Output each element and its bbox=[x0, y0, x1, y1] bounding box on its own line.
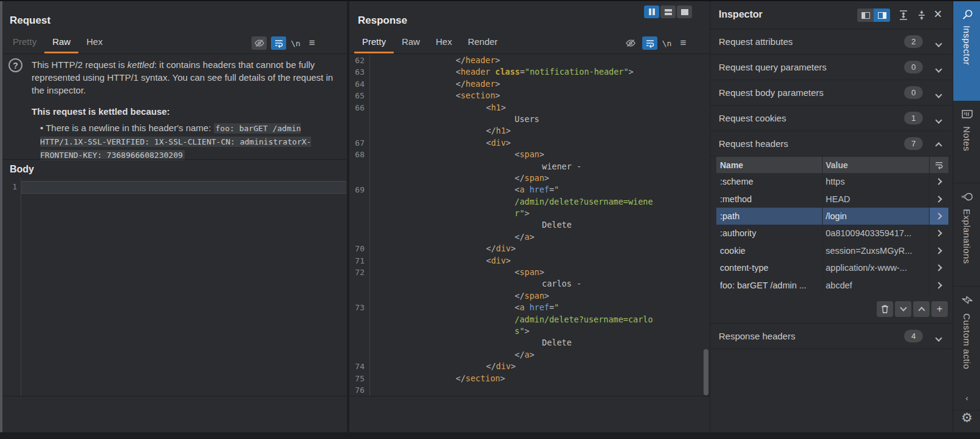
layout-rows-button[interactable] bbox=[660, 5, 676, 18]
header-row-cookie[interactable]: cookiesession=ZuxsMGyR... bbox=[716, 242, 948, 259]
code-text: <span> bbox=[369, 149, 710, 160]
header-value: abcdef bbox=[822, 281, 929, 290]
request-editor-menu-button[interactable]: ≡ bbox=[304, 36, 320, 50]
line-number: 67 bbox=[349, 137, 369, 149]
sidebar-tab-notes[interactable]: Notes bbox=[953, 101, 980, 183]
code-line: 71<div> bbox=[349, 255, 710, 267]
header-row-scheme[interactable]: :schemehttps bbox=[716, 173, 948, 190]
wrap-lines-icon bbox=[934, 160, 944, 169]
tab-pretty[interactable]: Pretty bbox=[5, 33, 44, 53]
request-show-newlines-button[interactable]: \n bbox=[288, 36, 303, 50]
tab-raw[interactable]: Raw bbox=[44, 33, 78, 53]
sidebar-settings-icon[interactable]: ⚙ bbox=[953, 410, 980, 425]
line-number: 65 bbox=[349, 90, 369, 101]
response-editor-menu-button[interactable]: ≡ bbox=[676, 36, 691, 50]
header-row-authority[interactable]: :authority0a81009403359417... bbox=[716, 225, 948, 242]
inspector-section-request-cookies[interactable]: Request cookies1 bbox=[710, 106, 953, 131]
header-row-content-type[interactable]: content-typeapplication/x-www-... bbox=[716, 259, 948, 276]
sidebar-tab-label: Explanations bbox=[962, 209, 972, 264]
inspector-section-request-headers[interactable]: Request headers7 bbox=[710, 131, 953, 157]
tab-hex[interactable]: Hex bbox=[78, 33, 111, 53]
body-line-number: 1 bbox=[2, 182, 17, 191]
tab-render[interactable]: Render bbox=[460, 33, 505, 53]
gutter-divider bbox=[369, 55, 370, 396]
sidebar-tab-label: Custom actio bbox=[962, 313, 972, 369]
right-sidebar: Inspector Notes Explanations Custom acti… bbox=[953, 1, 980, 432]
header-row-foo-barget-admin[interactable]: foo: barGET /admin ...abcdef bbox=[716, 276, 948, 293]
add-header-button[interactable]: + bbox=[931, 301, 948, 317]
chevron-right-icon[interactable] bbox=[929, 208, 948, 225]
chevron-right-icon[interactable] bbox=[929, 190, 948, 207]
code-text: <span> bbox=[369, 267, 710, 278]
code-text: r"> bbox=[369, 208, 710, 219]
divider bbox=[2, 159, 347, 160]
name-column-header[interactable]: Name bbox=[716, 160, 822, 170]
delete-header-button[interactable] bbox=[877, 301, 893, 317]
chevron-right-icon[interactable] bbox=[929, 259, 948, 276]
response-scrollbar-thumb[interactable] bbox=[704, 349, 708, 395]
response-wrap-lines-button[interactable] bbox=[642, 36, 657, 50]
code-text: wiener - bbox=[369, 161, 710, 172]
inspector-section-request-attributes[interactable]: Request attributes2 bbox=[710, 29, 953, 55]
request-body-editor[interactable]: 1 bbox=[2, 179, 347, 396]
header-name: :authority bbox=[716, 228, 822, 238]
code-text: </span> bbox=[369, 290, 710, 302]
plus-icon: + bbox=[937, 303, 943, 315]
sidebar-tab-inspector[interactable]: Inspector bbox=[953, 1, 980, 101]
layout-columns-button[interactable] bbox=[644, 5, 659, 18]
code-text: s"> bbox=[369, 325, 710, 337]
code-text: <div> bbox=[369, 255, 710, 267]
layout-single-button[interactable] bbox=[677, 5, 692, 18]
header-value: /login bbox=[822, 211, 929, 221]
line-number: 76 bbox=[349, 384, 369, 396]
table-wrap-toggle[interactable] bbox=[929, 157, 948, 173]
close-inspector-button[interactable]: × bbox=[934, 6, 942, 22]
header-row-method[interactable]: :methodHEAD bbox=[716, 190, 948, 207]
code-line: </a> bbox=[349, 349, 710, 361]
section-label: Response headers bbox=[719, 331, 795, 341]
inspector-dock-left-button[interactable] bbox=[857, 9, 874, 22]
inspector-section-request-query-parameters[interactable]: Request query parameters0 bbox=[710, 55, 953, 80]
response-hide-nonprintable-button[interactable] bbox=[623, 36, 638, 50]
code-line: wiener - bbox=[349, 161, 710, 172]
request-wrap-lines-button[interactable] bbox=[271, 36, 286, 50]
move-header-down-button[interactable] bbox=[895, 301, 911, 317]
chevron-right-icon[interactable] bbox=[929, 173, 948, 190]
line-number bbox=[349, 125, 369, 137]
collapse-all-button[interactable] bbox=[916, 9, 928, 24]
tab-pretty[interactable]: Pretty bbox=[354, 33, 394, 53]
code-text: </header> bbox=[369, 55, 710, 66]
line-number: 70 bbox=[349, 243, 369, 254]
inspector-section-response-headers[interactable]: Response headers 4 bbox=[710, 324, 953, 349]
request-hide-nonprintable-button[interactable] bbox=[252, 36, 267, 50]
chevron-right-icon[interactable] bbox=[929, 276, 948, 293]
expand-all-button[interactable] bbox=[897, 9, 910, 24]
header-value: https bbox=[822, 177, 929, 186]
code-text: <div> bbox=[369, 137, 710, 149]
code-line: 66<h1> bbox=[349, 102, 710, 114]
sidebar-tab-custom-actions[interactable]: Custom actio ‹ bbox=[953, 287, 980, 410]
move-header-up-button[interactable] bbox=[913, 301, 930, 317]
header-value: 0a81009403359417... bbox=[822, 228, 929, 238]
line-number: 75 bbox=[349, 373, 369, 384]
response-show-newlines-button[interactable]: \n bbox=[659, 36, 674, 50]
value-column-header[interactable]: Value bbox=[822, 160, 929, 170]
tab-hex[interactable]: Hex bbox=[428, 33, 460, 53]
header-row-path[interactable]: :path/login bbox=[716, 208, 948, 225]
wrap-lines-icon bbox=[274, 38, 284, 48]
sidebar-tab-explanations[interactable]: Explanations bbox=[953, 183, 980, 287]
tab-raw[interactable]: Raw bbox=[394, 33, 428, 53]
divider bbox=[349, 53, 710, 54]
chevron-right-icon[interactable] bbox=[929, 242, 948, 259]
dock-right-icon bbox=[878, 12, 886, 19]
inspector-section-request-body-parameters[interactable]: Request body parameters0 bbox=[710, 80, 953, 106]
line-number: 74 bbox=[349, 361, 369, 372]
request-panel: Request PrettyRawHex \n ≡ ? bbox=[2, 1, 347, 432]
header-name: :path bbox=[716, 211, 822, 221]
response-code-editor[interactable]: 62</header>63<header class="notification… bbox=[349, 55, 710, 396]
code-line: s"> bbox=[349, 325, 710, 337]
chevron-right-icon[interactable] bbox=[929, 225, 948, 242]
inspector-dock-right-button[interactable] bbox=[874, 9, 890, 22]
column-divider bbox=[822, 157, 823, 294]
code-line: </h1> bbox=[349, 125, 710, 137]
